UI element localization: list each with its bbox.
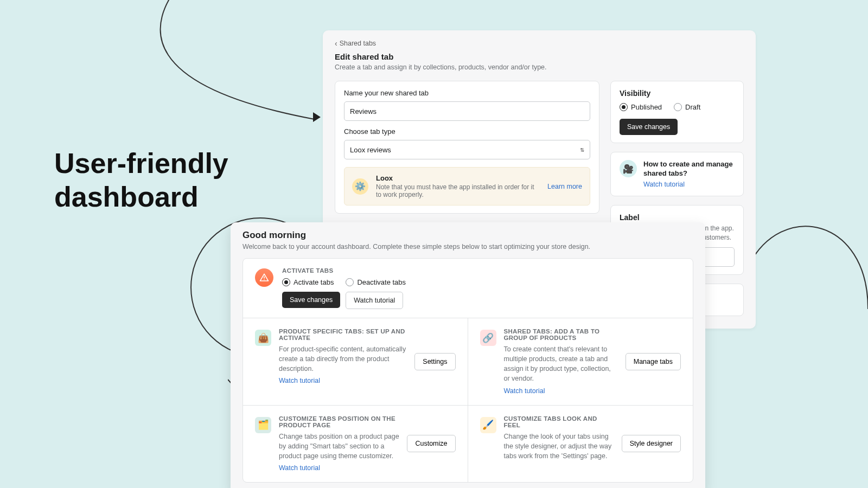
manage-tabs-button[interactable]: Manage tabs xyxy=(626,353,681,370)
watch-tutorial-link[interactable]: Watch tutorial xyxy=(643,181,685,188)
save-changes-button[interactable]: Save changes xyxy=(620,119,678,135)
visibility-card: Visibility Published Draft Save changes xyxy=(610,81,744,143)
radio-deactivate-tabs[interactable]: Deactivate tabs xyxy=(346,278,406,286)
watch-tutorial-link[interactable]: Watch tutorial xyxy=(279,464,320,472)
decor-curve-top xyxy=(108,0,315,130)
radio-draft[interactable]: Draft xyxy=(674,103,700,111)
name-type-card: Name your new shared tab Choose tab type… xyxy=(335,81,599,214)
name-label: Name your new shared tab xyxy=(344,89,590,97)
style-designer-button[interactable]: Style designer xyxy=(622,435,681,452)
settings-button[interactable]: Settings xyxy=(414,353,455,370)
type-label: Choose tab type xyxy=(344,127,590,136)
updown-icon: ⇅ xyxy=(580,147,584,153)
breadcrumb[interactable]: ‹ Shared tabs xyxy=(335,39,744,48)
cell-product-specific: 👜 PRODUCT SPECIFIC TABS: SET UP AND ACTI… xyxy=(243,318,468,405)
cell-customize-look: 🖌️ CUSTOMIZE TABS LOOK AND FEEL Change t… xyxy=(468,405,693,482)
tab-type-select[interactable]: Loox reviews ⇅ xyxy=(344,140,590,159)
radio-activate-tabs[interactable]: Activate tabs xyxy=(282,278,334,286)
watch-tutorial-link[interactable]: Watch tutorial xyxy=(504,387,545,395)
greeting-subtitle: Welcome back to your account dashboard. … xyxy=(242,243,693,251)
pointer-arrow-icon xyxy=(313,112,321,122)
page-subtitle: Create a tab and assign it by collection… xyxy=(335,63,744,71)
activate-heading: ACTIVATE TABS xyxy=(282,267,681,274)
visibility-title: Visibility xyxy=(620,89,735,98)
watch-tutorial-button[interactable]: Watch tutorial xyxy=(346,292,403,309)
headline: User-friendly dashboard xyxy=(54,146,228,214)
greeting-title: Good morning xyxy=(242,230,693,241)
warning-icon xyxy=(255,268,273,287)
watch-tutorial-link[interactable]: Watch tutorial xyxy=(279,377,320,384)
save-changes-button[interactable]: Save changes xyxy=(282,292,340,308)
info-msg: Note that you must have the app installe… xyxy=(376,183,540,198)
tutorial-card: 🎥 How to create and manage shared tabs? … xyxy=(610,152,744,196)
radio-published[interactable]: Published xyxy=(620,103,662,111)
loox-info-box: ⚙️ Loox Note that you must have the app … xyxy=(344,167,590,206)
customize-button[interactable]: Customize xyxy=(407,435,455,452)
cell-shared-tabs: 🔗 SHARED TABS: ADD A TAB TO GROUP OF PRO… xyxy=(468,318,693,405)
gear-icon: ⚙️ xyxy=(352,178,368,195)
paint-icon: 🖌️ xyxy=(480,417,496,433)
chevron-left-icon: ‹ xyxy=(335,39,337,48)
cell-customize-position: 🗂️ CUSTOMIZE TABS POSITION ON THE PRODUC… xyxy=(243,405,468,482)
learn-more-link[interactable]: Learn more xyxy=(547,183,582,190)
svg-point-2 xyxy=(264,279,265,280)
dashboard-panel: Good morning Welcome back to your accoun… xyxy=(231,222,705,488)
info-title: Loox xyxy=(376,174,540,182)
layout-icon: 🗂️ xyxy=(255,417,271,433)
tab-name-input[interactable] xyxy=(344,101,590,121)
decor-curve-right xyxy=(749,201,868,320)
share-icon: 🔗 xyxy=(480,330,496,346)
label-title: Label xyxy=(620,213,735,222)
tutorial-title: How to create and manage shared tabs? xyxy=(643,160,735,178)
bag-icon: 👜 xyxy=(255,330,271,346)
page-title: Edit shared tab xyxy=(335,52,744,61)
video-icon: 🎥 xyxy=(620,160,637,177)
onboarding-card: ACTIVATE TABS Activate tabs Deactivate t… xyxy=(242,258,693,483)
